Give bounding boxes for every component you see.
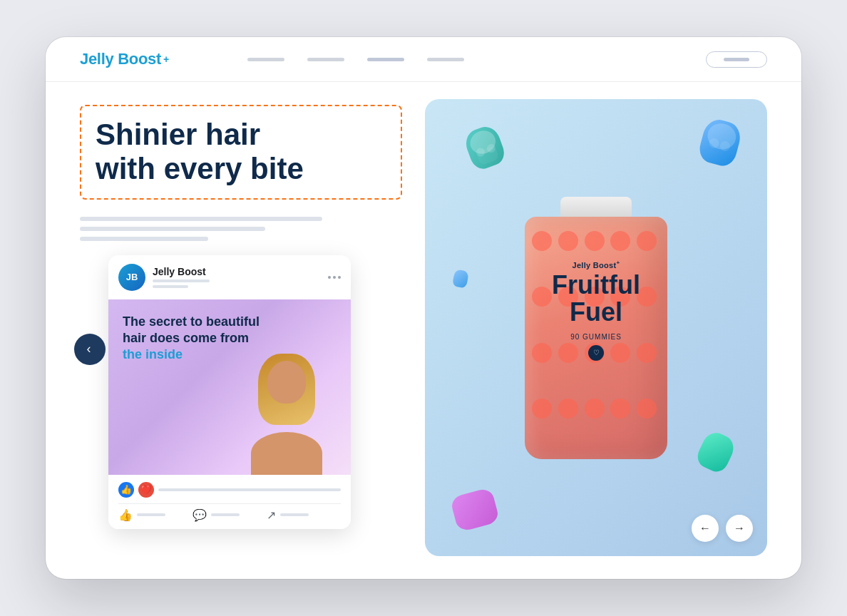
main-content: Shinier hair with every bite ‹ JB bbox=[46, 82, 801, 579]
hero-title-box: Shinier hair with every bite bbox=[80, 105, 402, 200]
reactions-row: 👍 ❤️ bbox=[118, 482, 341, 498]
nav-link-1[interactable] bbox=[247, 58, 284, 61]
heart-icon: ❤️ bbox=[140, 484, 152, 495]
logo-plus: + bbox=[163, 53, 169, 65]
like-action[interactable]: 👍 bbox=[118, 508, 192, 522]
next-arrow-icon: → bbox=[734, 522, 745, 535]
card-brand-info: Jelly Boost bbox=[153, 266, 210, 288]
gummy-blue-top-right bbox=[697, 116, 744, 168]
nav-link-3[interactable] bbox=[367, 58, 404, 61]
action-row: 👍 💬 ↗ bbox=[118, 503, 341, 522]
bottle-gummies-count: 90 GUMMIES bbox=[539, 333, 653, 341]
bottle-container: Jelly Boost+ Fruitful Fuel 90 GUMMIES ♡ bbox=[518, 197, 674, 459]
bottle-body: Jelly Boost+ Fruitful Fuel 90 GUMMIES ♡ bbox=[525, 217, 667, 459]
brand-avatar: JB bbox=[118, 264, 145, 291]
gummy-green-top-left bbox=[462, 123, 508, 172]
subline-1 bbox=[153, 279, 210, 282]
like-action-icon: 👍 bbox=[118, 508, 133, 522]
nav-links bbox=[247, 58, 464, 61]
like-reaction: 👍 bbox=[118, 482, 134, 498]
nav-link-4[interactable] bbox=[427, 58, 464, 61]
dot-1 bbox=[328, 276, 331, 279]
social-card-footer: 👍 ❤️ 👍 bbox=[108, 475, 351, 529]
dot-2 bbox=[333, 276, 336, 279]
card-sublines bbox=[153, 279, 210, 288]
left-panel: Shinier hair with every bite ‹ JB bbox=[80, 82, 402, 556]
navbar: Jelly Boost + bbox=[46, 37, 801, 82]
cta-button[interactable]: ‹ bbox=[74, 334, 106, 365]
nav-link-2[interactable] bbox=[307, 58, 344, 61]
comment-icon: 💬 bbox=[192, 508, 207, 522]
like-label-line bbox=[137, 513, 165, 516]
share-icon: ↗ bbox=[267, 508, 276, 522]
right-panel: Jelly Boost+ Fruitful Fuel 90 GUMMIES ♡ bbox=[425, 82, 767, 556]
showcase-nav: ← → bbox=[692, 515, 753, 542]
device-frame: Jelly Boost + Shinier hair with every bi… bbox=[46, 37, 801, 579]
ad-line2: hair does come from bbox=[123, 331, 249, 345]
card-options[interactable] bbox=[328, 276, 341, 279]
social-card-image: The secret to beautiful hair does come f… bbox=[108, 299, 351, 475]
hero-title-line1: Shinier hair bbox=[96, 118, 260, 151]
ad-highlight: the inside bbox=[123, 347, 183, 361]
product-bottle: Jelly Boost+ Fruitful Fuel 90 GUMMIES ♡ bbox=[518, 197, 674, 459]
hero-title-line2: with every bite bbox=[96, 152, 304, 185]
comment-label-line bbox=[211, 513, 240, 516]
social-card-header: JB Jelly Boost bbox=[108, 255, 351, 299]
bottle-heart-icon: ♡ bbox=[588, 345, 604, 361]
cta-arrow-icon: ‹ bbox=[87, 342, 91, 356]
dot-3 bbox=[338, 276, 341, 279]
bottle-brand-name: Jelly Boost+ bbox=[539, 260, 653, 270]
hero-title: Shinier hair with every bite bbox=[96, 118, 386, 187]
content-lines bbox=[80, 217, 402, 241]
avatar-initials: JB bbox=[126, 272, 138, 282]
social-card: JB Jelly Boost bbox=[108, 255, 351, 529]
comment-action[interactable]: 💬 bbox=[192, 508, 267, 522]
subline-2 bbox=[153, 285, 188, 288]
gummy-green-bottom-right bbox=[694, 428, 738, 476]
nav-button[interactable] bbox=[706, 51, 767, 68]
logo-text: Jelly Boost bbox=[80, 50, 161, 68]
next-arrow[interactable]: → bbox=[726, 515, 753, 542]
thumbs-up-icon: 👍 bbox=[120, 484, 132, 495]
bottle-product-name: Fruitful Fuel bbox=[539, 272, 653, 326]
nav-btn-bar bbox=[724, 58, 749, 61]
ad-text: The secret to beautiful hair does come f… bbox=[123, 314, 337, 364]
content-line-2 bbox=[80, 227, 265, 231]
content-line-3 bbox=[80, 237, 208, 241]
logo: Jelly Boost + bbox=[80, 50, 169, 68]
share-action[interactable]: ↗ bbox=[267, 508, 341, 522]
ad-line1: The secret to beautiful bbox=[123, 314, 260, 329]
social-card-wrapper: ‹ JB Jelly Boost bbox=[80, 255, 402, 529]
card-brand-name: Jelly Boost bbox=[153, 266, 210, 277]
woman-shoulder bbox=[251, 432, 322, 475]
woman-head bbox=[267, 361, 306, 404]
bottle-label: Jelly Boost+ Fruitful Fuel 90 GUMMIES ♡ bbox=[539, 260, 653, 361]
woman-body bbox=[237, 361, 337, 475]
reaction-count-line bbox=[158, 488, 341, 491]
woman-illustration bbox=[222, 361, 337, 475]
content-line-1 bbox=[80, 217, 322, 221]
prev-arrow-icon: ← bbox=[699, 522, 711, 535]
gummy-blue-small bbox=[452, 269, 469, 288]
gummy-purple-bottom-left bbox=[450, 487, 500, 533]
love-reaction: ❤️ bbox=[138, 482, 154, 498]
bottle-cap bbox=[560, 197, 632, 217]
share-label-line bbox=[280, 513, 309, 516]
product-showcase: Jelly Boost+ Fruitful Fuel 90 GUMMIES ♡ bbox=[425, 99, 767, 556]
prev-arrow[interactable]: ← bbox=[692, 515, 719, 542]
